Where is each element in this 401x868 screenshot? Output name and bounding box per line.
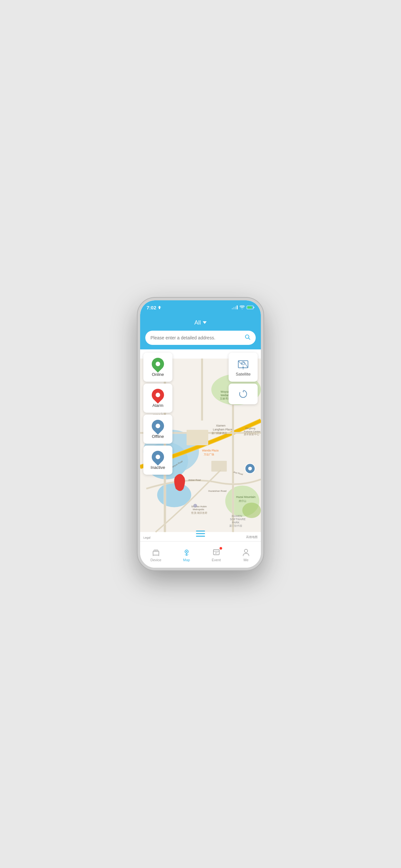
map-menu-button[interactable]	[196, 531, 205, 537]
filter-offline-button[interactable]: Offline	[143, 414, 173, 444]
svg-text:XIAMEN: XIAMEN	[232, 515, 242, 518]
svg-text:Huzai Mountain: Huzai Mountain	[236, 495, 255, 499]
refresh-button[interactable]	[228, 383, 258, 404]
online-pin-icon	[149, 355, 166, 373]
satellite-icon	[237, 358, 249, 370]
svg-point-62	[243, 367, 244, 368]
filter-inactive-button[interactable]: Inactive	[143, 445, 173, 475]
filter-buttons-container: Online Alarm Offline	[143, 352, 173, 475]
svg-text:Dingfeng: Dingfeng	[245, 427, 255, 430]
battery-icon	[247, 306, 254, 309]
filter-online-button[interactable]: Online	[143, 352, 173, 382]
refresh-icon	[238, 389, 248, 399]
search-bar[interactable]	[145, 331, 256, 345]
hamburger-line-1	[196, 531, 205, 531]
svg-rect-5	[254, 307, 254, 308]
nav-item-event[interactable]: Event	[207, 545, 226, 564]
svg-text:Fortune Center: Fortune Center	[244, 430, 260, 433]
svg-text:鼎丰财富中心: 鼎丰财富中心	[244, 433, 259, 436]
status-icons	[232, 306, 254, 309]
signal-icon	[232, 306, 238, 309]
map-container[interactable]: Xiamen Langham Place 厦门朗豪酒店 Dingfeng For…	[140, 349, 261, 541]
header-title-container[interactable]: All	[194, 319, 207, 326]
svg-rect-2	[235, 306, 236, 309]
map-right-controls: Satellite	[228, 352, 258, 404]
svg-text:厦门朗豪酒店: 厦门朗豪酒店	[212, 432, 227, 435]
map-credit-text: 高德地图	[246, 535, 258, 539]
svg-rect-25	[212, 461, 227, 472]
event-notification-dot	[220, 547, 222, 550]
svg-text:⌂: ⌂	[194, 505, 196, 507]
header-title-text: All	[194, 319, 201, 326]
svg-text:PARK: PARK	[232, 521, 240, 524]
svg-text:SOFTWARE: SOFTWARE	[230, 518, 246, 521]
satellite-button[interactable]: Satellite	[228, 352, 258, 382]
svg-rect-6	[247, 306, 252, 309]
wifi-icon	[240, 306, 245, 309]
nav-item-device[interactable]: Device	[145, 545, 166, 564]
nav-item-map[interactable]: Map	[177, 545, 196, 564]
bottom-navigation: Device Map	[140, 541, 261, 568]
svg-rect-3	[237, 306, 238, 309]
svg-text:Wanda Plaza: Wanda Plaza	[202, 449, 219, 452]
svg-rect-1	[234, 307, 235, 309]
map-nav-icon	[182, 548, 191, 557]
filter-alarm-button[interactable]: Alarm	[143, 383, 173, 413]
svg-text:Jinbian Road: Jinbian Road	[188, 479, 201, 481]
search-bar-container	[140, 331, 261, 349]
svg-point-78	[244, 549, 248, 553]
me-icon	[242, 548, 251, 557]
svg-rect-0	[232, 308, 233, 309]
svg-text:虎仔山: 虎仔山	[239, 500, 246, 502]
svg-rect-24	[187, 430, 208, 445]
svg-text:Langham Place: Langham Place	[213, 428, 232, 431]
event-icon	[212, 548, 221, 557]
svg-text:厦门软件园: 厦门软件园	[229, 524, 242, 527]
search-input[interactable]	[150, 335, 242, 340]
svg-line-8	[249, 338, 250, 339]
status-bar: 7:02	[140, 300, 261, 314]
nav-device-label: Device	[150, 558, 161, 562]
svg-text:Huzaishan Road: Huzaishan Road	[208, 490, 227, 492]
nav-me-label: Me	[243, 558, 248, 562]
map-legal-text: Legal	[143, 536, 150, 539]
app-header: All	[140, 314, 261, 331]
svg-text:世茂·湖滨首府: 世茂·湖滨首府	[191, 512, 207, 515]
device-icon	[151, 548, 160, 557]
svg-text:Xiamen: Xiamen	[216, 424, 225, 427]
svg-point-59	[248, 467, 252, 470]
search-icon[interactable]	[245, 334, 251, 342]
offline-pin-icon	[149, 417, 166, 435]
inactive-pin-icon	[149, 448, 166, 466]
hamburger-line-2	[196, 533, 205, 534]
alarm-pin-icon	[149, 386, 166, 404]
nav-map-label: Map	[183, 558, 190, 562]
hamburger-line-3	[196, 536, 205, 537]
svg-point-73	[186, 551, 187, 552]
svg-rect-74	[213, 550, 219, 555]
svg-text:万达广场: 万达广场	[204, 453, 214, 456]
nav-item-me[interactable]: Me	[236, 545, 256, 564]
svg-text:Metropolis: Metropolis	[193, 508, 204, 511]
svg-point-15	[242, 502, 261, 518]
chevron-down-icon	[203, 321, 207, 324]
nav-event-label: Event	[212, 558, 221, 562]
svg-rect-65	[153, 551, 159, 555]
satellite-label: Satellite	[236, 372, 251, 376]
status-time: 7:02	[147, 305, 161, 310]
